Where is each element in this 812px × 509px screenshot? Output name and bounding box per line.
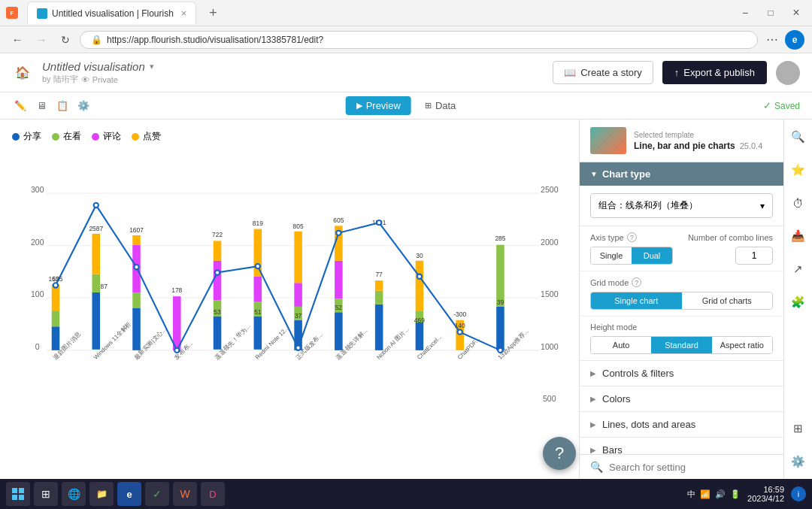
url-text: https://app.flourish.studio/visualisatio… [107, 35, 323, 45]
taskbar-icon-5[interactable]: ✓ [145, 482, 169, 506]
home-icon[interactable]: 🏠 [12, 62, 33, 83]
title-chevron-icon[interactable]: ▾ [150, 62, 154, 71]
aspect-ratio-button[interactable]: Aspect ratio [712, 337, 772, 353]
author-label: by 陆珩宇 [42, 74, 78, 85]
svg-text:1607: 1607 [129, 226, 144, 234]
single-chart-button[interactable]: Single chart [591, 292, 682, 309]
restore-button[interactable]: □ [761, 3, 780, 23]
private-label: Private [92, 75, 118, 84]
copy-icon[interactable]: 📋 [54, 98, 71, 114]
close-button[interactable]: × [786, 3, 806, 23]
svg-rect-19 [92, 234, 100, 274]
tab-close-icon[interactable]: × [181, 8, 187, 19]
dropdown-value: 组合：线条和列（堆叠） [598, 199, 698, 212]
ime-label[interactable]: 中 [687, 489, 695, 500]
sidebar-toggle-icon[interactable]: ⊞ [789, 419, 808, 438]
bookmark-icon[interactable]: ⭐ [789, 160, 808, 180]
book-icon: 📖 [564, 67, 576, 78]
lines-dots-header[interactable]: ▶ Lines, dots and areas [580, 412, 783, 437]
svg-rect-60 [416, 261, 424, 311]
svg-point-70 [53, 283, 58, 287]
svg-text:77: 77 [375, 271, 383, 278]
forward-button[interactable]: → [32, 30, 51, 50]
svg-text:52: 52 [335, 304, 343, 311]
export-publish-button[interactable]: ↑ Export & publish [662, 61, 767, 84]
axis-single-button[interactable]: Single [591, 247, 632, 264]
taskbar-icon-1[interactable]: ⊞ [34, 482, 58, 506]
address-bar[interactable]: 🔒 https://app.flourish.studio/visualisat… [80, 31, 758, 49]
edge-icon: e [785, 30, 804, 50]
taskbar-icon-7[interactable]: D [201, 482, 225, 506]
tab-data[interactable]: ⊞ Data [414, 96, 466, 115]
grid-charts-button[interactable]: Grid of charts [682, 292, 773, 309]
create-story-button[interactable]: 📖 Create a story [553, 61, 653, 84]
new-tab-button[interactable]: + [202, 2, 223, 23]
colors-arrow-icon: ▶ [590, 395, 596, 403]
info-notification-icon[interactable]: i [791, 486, 806, 501]
export-label: Export & publish [683, 67, 755, 78]
svg-point-76 [295, 346, 300, 350]
colors-header[interactable]: ▶ Colors [580, 386, 783, 411]
refresh-button[interactable]: ↻ [56, 30, 75, 50]
svg-text:300: 300 [31, 185, 44, 194]
settings-side-icon[interactable]: ⚙️ [789, 452, 808, 471]
controls-filters-header[interactable]: ▶ Controls & filters [580, 361, 783, 386]
share-side-icon[interactable]: ↗ [789, 259, 808, 279]
auto-button[interactable]: Auto [591, 337, 651, 353]
svg-text:178: 178 [171, 286, 182, 294]
tab-preview[interactable]: ▶ Preview [346, 96, 411, 115]
chart-type-header[interactable]: ▼ Chart type [580, 162, 783, 186]
standard-button[interactable]: Standard [651, 337, 711, 353]
monitor-icon[interactable]: 🖥 [33, 98, 50, 114]
taskbar-icon-4[interactable]: e [117, 482, 141, 506]
window-controls: F [6, 7, 18, 19]
template-version: 25.0.4 [740, 141, 763, 150]
help-fab[interactable]: ? [543, 437, 576, 470]
svg-rect-27 [173, 296, 181, 350]
chart-type-dropdown[interactable]: 组合：线条和列（堆叠） ▾ [590, 193, 773, 218]
search-side-icon[interactable]: 🔍 [789, 127, 808, 147]
download-icon[interactable]: 📥 [789, 226, 808, 246]
app-title: Untitled visualisation [42, 60, 145, 73]
combo-lines-input[interactable] [735, 247, 773, 265]
edit-icon[interactable]: ✏️ [12, 98, 29, 114]
svg-rect-29 [214, 317, 222, 350]
settings-panel: ▼ Chart type 组合：线条和列（堆叠） ▾ Axis t [580, 162, 783, 454]
history-icon[interactable]: ⏱ [789, 193, 808, 213]
tab-favicon [37, 8, 47, 19]
svg-rect-58 [416, 323, 424, 350]
extension-icon[interactable]: 🧩 [789, 292, 808, 312]
svg-rect-25 [132, 235, 141, 245]
preview-icon: ▶ [356, 101, 362, 111]
controls-filters-label: Controls & filters [602, 368, 674, 379]
svg-rect-53 [375, 304, 383, 350]
browser-settings-button[interactable]: ⋯ [762, 30, 782, 50]
search-input[interactable] [609, 462, 773, 473]
browser-tab[interactable]: Untitled visualisation | Flourish × [27, 2, 196, 24]
search-box: 🔍 [580, 454, 783, 479]
saved-label: Saved [774, 101, 800, 111]
avatar[interactable] [776, 61, 800, 85]
app-icon: F [6, 7, 18, 19]
minimize-button[interactable]: − [735, 3, 755, 23]
svg-text:0: 0 [35, 342, 40, 351]
start-button[interactable] [6, 482, 30, 506]
right-panel: Selected template Line, bar and pie char… [579, 120, 783, 479]
svg-text:87: 87 [101, 283, 108, 290]
back-button[interactable]: ← [8, 30, 27, 50]
taskbar-icon-3[interactable]: 📁 [89, 482, 114, 506]
taskbar-icon-2[interactable]: 🌐 [62, 482, 86, 506]
bars-label: Bars [602, 444, 623, 454]
bars-section: ▶ Bars [580, 438, 783, 454]
template-name: Line, bar and pie charts [634, 141, 735, 151]
bars-header[interactable]: ▶ Bars [580, 438, 783, 454]
axis-dual-button[interactable]: Dual [632, 247, 672, 264]
svg-text:2587: 2587 [89, 225, 103, 232]
eye-icon: 👁 [81, 75, 89, 84]
taskbar-clock[interactable]: 16:59 2023/4/12 [747, 485, 784, 503]
taskbar-icon-6[interactable]: W [173, 482, 197, 506]
grid-mode-btn-group: Single chart Grid of charts [590, 292, 773, 310]
svg-text:285: 285 [495, 235, 505, 242]
legend-item-3: 点赞 [132, 130, 161, 143]
settings-icon[interactable]: ⚙️ [75, 98, 92, 114]
